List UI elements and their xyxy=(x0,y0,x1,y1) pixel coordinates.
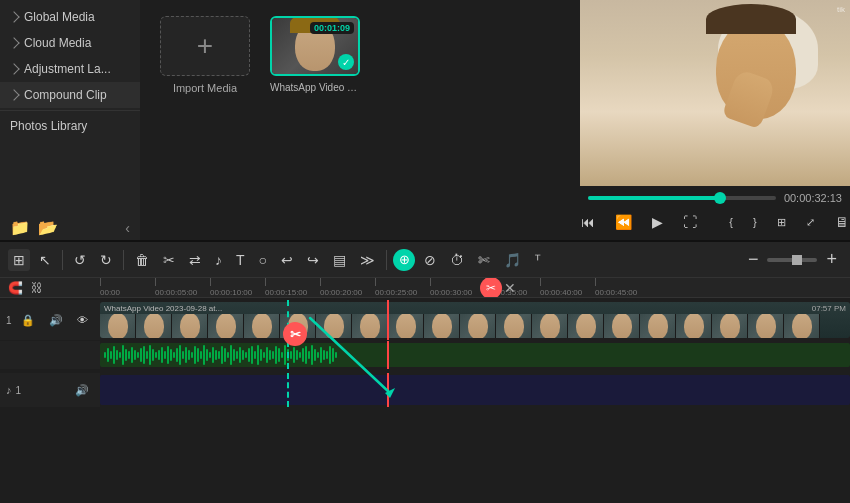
sidebar-item-global-media[interactable]: Global Media xyxy=(0,4,140,30)
play-button[interactable]: ▶ xyxy=(648,212,667,232)
shape-button[interactable]: ○ xyxy=(254,249,272,271)
zoom-slider[interactable] xyxy=(767,258,817,262)
waveform-bar xyxy=(167,346,169,364)
waveform-bar xyxy=(128,351,130,359)
progress-row: 00:00:32:13 xyxy=(588,192,842,204)
waveform-bar xyxy=(173,352,175,358)
bracket-close-button[interactable]: } xyxy=(749,214,761,230)
select-tool-button[interactable]: ↖ xyxy=(34,249,56,271)
duration-badge: 00:01:09 xyxy=(310,22,354,34)
undo-button[interactable]: ↺ xyxy=(69,249,91,271)
folder-add-icon[interactable]: 📂 xyxy=(38,218,58,237)
waveform-bar xyxy=(119,352,121,358)
waveform-bar xyxy=(230,345,232,365)
zoom-in-button[interactable]: + xyxy=(821,246,842,273)
waveform-bar xyxy=(116,350,118,360)
sidebar-item-adjustment[interactable]: Adjustment La... xyxy=(0,56,140,82)
track-lock-button[interactable]: 🔒 xyxy=(16,311,40,330)
waveform-bar xyxy=(164,351,166,359)
media-browser: + Import Media 00:01:09 ✓ WhatsApp Video… xyxy=(140,0,580,240)
sidebar-item-compound-clip[interactable]: Compound Clip xyxy=(0,82,140,108)
track-visible-button[interactable]: 👁 xyxy=(72,311,93,329)
slider-fill xyxy=(588,196,720,200)
waveform-bar xyxy=(122,345,124,365)
toolbar-divider xyxy=(386,250,387,270)
waveform-bar xyxy=(200,351,202,359)
titles-button[interactable]: ᵀ xyxy=(530,249,545,271)
ruler-mark: 00:00:15:00 xyxy=(265,278,320,297)
waveform-bar xyxy=(146,351,148,359)
bracket-open-button[interactable]: { xyxy=(725,214,737,230)
transition-back-button[interactable]: ↩ xyxy=(276,249,298,271)
progress-slider[interactable] xyxy=(588,196,776,200)
zoom-out-button[interactable]: − xyxy=(743,246,764,273)
record-button[interactable]: ⊕ xyxy=(393,249,415,271)
frame-back-button[interactable]: ⏪ xyxy=(611,212,636,232)
detach-button[interactable]: ⊘ xyxy=(419,249,441,271)
more-button[interactable]: ≫ xyxy=(355,249,380,271)
waveform-bar xyxy=(257,345,259,365)
cut-button[interactable]: ✂ xyxy=(158,249,180,271)
waveform-bar xyxy=(155,352,157,358)
music-track-number: 1 xyxy=(16,385,22,396)
timestamp-label: 07:57 PM xyxy=(812,304,846,313)
sidebar-label: Adjustment La... xyxy=(24,62,111,76)
filter-button[interactable]: ▤ xyxy=(328,249,351,271)
split-scissors-icon[interactable]: ✂ xyxy=(283,322,307,346)
filmstrip-frame xyxy=(460,314,496,338)
slider-thumb[interactable] xyxy=(714,192,726,204)
collapse-icon[interactable]: ‹ xyxy=(125,220,130,236)
import-box[interactable]: + xyxy=(160,16,250,76)
transition-forward-button[interactable]: ↪ xyxy=(302,249,324,271)
waveform xyxy=(100,343,341,367)
delete-button[interactable]: 🗑 xyxy=(130,249,154,271)
magnet-icon[interactable]: 🧲 xyxy=(8,281,23,295)
waveform-bar xyxy=(269,350,271,360)
sidebar-item-photos-library[interactable]: Photos Library xyxy=(0,113,140,139)
music-button[interactable]: 🎵 xyxy=(499,249,526,271)
media-clip[interactable]: 00:01:09 ✓ WhatsApp Video 202... xyxy=(270,16,360,93)
waveform-bar xyxy=(110,351,112,359)
ruler-mark: 00:00:10:00 xyxy=(210,278,265,297)
grid-view-button[interactable]: ⊞ xyxy=(8,249,30,271)
track-audio-button[interactable]: 🔊 xyxy=(44,311,68,330)
arrow-icon xyxy=(8,63,19,74)
close-cut-button[interactable]: ✕ xyxy=(504,280,516,296)
clip-thumbnail[interactable]: 00:01:09 ✓ xyxy=(270,16,360,76)
video-clip-bar[interactable]: WhatsApp Video 2023-09-28 at... 07:57 PM xyxy=(100,302,850,338)
ruler-mark: 00:00:30:00 xyxy=(430,278,485,297)
redo-button[interactable]: ↻ xyxy=(95,249,117,271)
waveform-bar xyxy=(293,347,295,363)
speed-button[interactable]: ⏱ xyxy=(445,249,469,271)
music-clip-bar[interactable] xyxy=(100,375,850,405)
cut-marker[interactable]: ✂ xyxy=(480,278,502,298)
waveform-bar xyxy=(272,351,274,359)
music-lock-button[interactable]: 🔊 xyxy=(70,381,94,400)
waveform-bar xyxy=(113,346,115,364)
filmstrip-frame xyxy=(136,314,172,338)
skip-back-button[interactable]: ⏮ xyxy=(577,212,599,232)
sidebar-item-cloud-media[interactable]: Cloud Media xyxy=(0,30,140,56)
grid-button[interactable]: ⊞ xyxy=(773,214,790,231)
filmstrip-frame xyxy=(100,314,136,338)
audio-button[interactable]: ♪ xyxy=(210,249,227,271)
preview-video: tik xyxy=(580,0,850,186)
audio-clip-bar[interactable] xyxy=(100,343,850,367)
expand-button[interactable]: ⤢ xyxy=(802,214,819,231)
waveform-bar xyxy=(176,348,178,362)
link-icon[interactable]: ⛓ xyxy=(31,281,43,295)
fullscreen-button[interactable]: ⛶ xyxy=(679,212,701,232)
filmstrip-frame xyxy=(640,314,676,338)
folder-icon[interactable]: 📁 xyxy=(10,218,30,237)
effects-button[interactable]: ✄ xyxy=(473,249,495,271)
waveform-bar xyxy=(260,349,262,361)
playback-controls: ⏮ ⏪ ▶ ⛶ { } ⊞ ⤢ 🖥 xyxy=(588,208,842,234)
waveform-bar xyxy=(197,348,199,362)
waveform-bar xyxy=(305,346,307,364)
import-media-button[interactable]: + Import Media xyxy=(160,16,250,94)
monitor-button[interactable]: 🖥 xyxy=(831,212,850,232)
waveform-bar xyxy=(266,347,268,363)
crop-button[interactable]: ⇄ xyxy=(184,249,206,271)
waveform-bar xyxy=(302,348,304,362)
text-button[interactable]: T xyxy=(231,249,250,271)
